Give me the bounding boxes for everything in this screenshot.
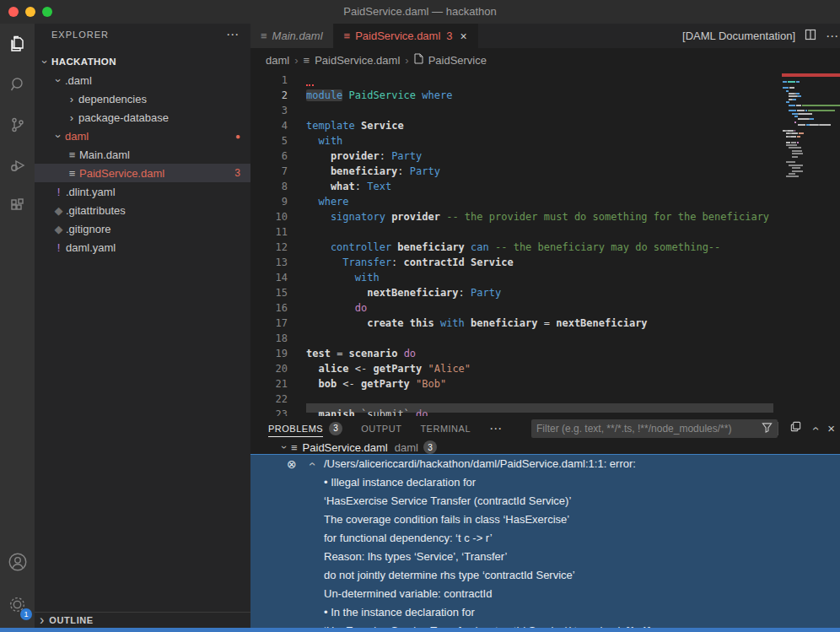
- panel-more-icon[interactable]: ⋯: [489, 421, 502, 436]
- split-editor-icon[interactable]: [804, 28, 817, 45]
- tree-item-label: .gitignore: [66, 223, 110, 235]
- tree-item-package-database[interactable]: ›package-database: [35, 108, 250, 127]
- tree-item-dependencies[interactable]: ›dependencies: [35, 89, 250, 108]
- separator: [778, 422, 778, 435]
- extensions-icon[interactable]: [0, 186, 35, 226]
- tree-item-label: .dlint.yaml: [66, 186, 116, 198]
- modified-dot-icon: ●: [235, 132, 240, 141]
- code-line-2: module PaidService where: [250, 88, 773, 103]
- close-icon[interactable]: ×: [460, 30, 467, 43]
- error-squiggle: [306, 84, 314, 86]
- vscode-window: PaidService.daml — hackathon: [0, 0, 840, 632]
- problem-line: Un-determined variable: contractId: [250, 585, 840, 603]
- filter-input[interactable]: [536, 423, 762, 435]
- explorer-icon[interactable]: [0, 24, 35, 64]
- code-line-8: what: Text: [250, 179, 773, 194]
- problems-file-row[interactable]: › ≡ PaidService.daml daml 3: [250, 440, 840, 454]
- chevron-down-icon: ›: [39, 55, 51, 68]
- breadcrumb-item-folder[interactable]: daml: [266, 54, 289, 67]
- tree-item-dlintyaml[interactable]: !.dlint.yaml: [35, 182, 250, 201]
- code-line-21: bob <- getParty "Bob": [250, 376, 773, 392]
- breadcrumb-item-file[interactable]: PaidService.daml: [315, 54, 400, 67]
- problem-line: Reason: lhs types ‘Service’, ‘Transfer’: [250, 548, 840, 566]
- code-line-20: alice <- getParty "Alice": [250, 361, 773, 376]
- problems-file-name: PaidService.daml: [303, 441, 388, 454]
- tree-item-damlyaml[interactable]: !daml.yaml: [35, 238, 250, 257]
- tab-problems[interactable]: PROBLEMS 3: [268, 416, 342, 440]
- problem-line: for functional dependency: ‘t c -> r’: [250, 529, 840, 548]
- tree-item-daml[interactable]: ›.daml: [35, 71, 250, 89]
- tab-paidservice-daml[interactable]: ≡ PaidService.daml 3 ×: [334, 24, 478, 48]
- code-line-18: [250, 331, 773, 346]
- problem-line: The coverage condition fails in class ‘H…: [250, 510, 840, 529]
- outline-section[interactable]: › OUTLINE: [35, 612, 250, 628]
- filter-funnel-icon[interactable]: [762, 421, 773, 436]
- code-lines: module PaidService wheretemplate Service…: [250, 73, 773, 416]
- maximize-panel-icon[interactable]: ›: [808, 426, 821, 430]
- file-tree: ›HACKATHON›.daml›dependencies›package-da…: [35, 52, 250, 257]
- minimap[interactable]: [780, 72, 840, 416]
- code-line-11: [250, 224, 773, 240]
- daml-file-icon: ≡: [291, 441, 298, 454]
- git-icon: ◆: [51, 223, 66, 235]
- bottom-panel: PROBLEMS 3 OUTPUT TERMINAL ⋯: [250, 416, 840, 628]
- source-control-icon[interactable]: [0, 105, 35, 145]
- problem-line: do not jointly determine rhs type ‘contr…: [250, 566, 840, 585]
- tree-item-paidservicedaml[interactable]: ≡PaidService.daml3: [35, 164, 250, 182]
- collapse-all-icon[interactable]: [789, 420, 802, 436]
- tree-item-label: HACKATHON: [51, 57, 116, 67]
- search-icon[interactable]: [0, 64, 35, 105]
- code-line-7: beneficiary: Party: [250, 164, 773, 179]
- problem-line[interactable]: ⊗›/Users/alicericcardi/hackathon/daml/Pa…: [250, 455, 840, 473]
- problem-item-selected[interactable]: ⊗›/Users/alicericcardi/hackathon/daml/Pa…: [250, 454, 840, 628]
- panel-header: PROBLEMS 3 OUTPUT TERMINAL ⋯: [250, 416, 840, 440]
- chevron-down-icon: ›: [52, 129, 65, 143]
- chevron-right-icon: ›: [65, 93, 78, 105]
- status-bar: [0, 628, 840, 632]
- explorer-more-icon[interactable]: ⋯: [226, 27, 239, 42]
- close-panel-icon[interactable]: ×: [827, 421, 835, 435]
- account-icon[interactable]: [0, 542, 35, 582]
- run-debug-icon[interactable]: [0, 145, 35, 186]
- git-icon: ◆: [51, 204, 66, 217]
- tab-main-daml[interactable]: ≡ Main.daml: [250, 24, 334, 48]
- tab-terminal[interactable]: TERMINAL: [420, 416, 471, 440]
- settings-badge: 1: [20, 608, 32, 620]
- panel-tab-label: TERMINAL: [420, 424, 471, 434]
- more-actions-icon[interactable]: ⋯: [826, 29, 838, 44]
- collapse-icon[interactable]: ›: [302, 462, 320, 467]
- tab-problem-count: 3: [446, 30, 452, 42]
- horizontal-scrollbar[interactable]: [306, 403, 773, 413]
- code-line-3: [250, 103, 773, 118]
- window-title: PaidService.daml — hackathon: [0, 5, 840, 18]
- breadcrumb-item-symbol[interactable]: PaidService: [428, 54, 487, 67]
- tree-item-maindaml[interactable]: ≡Main.daml: [35, 145, 250, 164]
- tree-item-label: .gitattributes: [66, 204, 126, 217]
- code-line-10: signatory provider -- the provider must …: [250, 209, 773, 224]
- panel-tab-label: OUTPUT: [361, 424, 401, 434]
- tree-item-label: .daml: [65, 74, 92, 87]
- tab-output[interactable]: OUTPUT: [361, 416, 401, 440]
- tree-item-hackathon[interactable]: ›HACKATHON: [35, 52, 250, 71]
- activity-bar: 1: [0, 24, 35, 628]
- tree-item-gitattributes[interactable]: ◆.gitattributes: [35, 201, 250, 219]
- tree-item-daml[interactable]: ›daml●: [35, 127, 250, 145]
- problems-count-badge: 3: [329, 422, 342, 435]
- tree-item-gitignore[interactable]: ◆.gitignore: [35, 219, 250, 238]
- chevron-right-icon: ›: [40, 613, 44, 628]
- code-line-13: Transfer: contractId Service: [250, 255, 773, 270]
- settings-gear-icon[interactable]: 1: [0, 584, 35, 624]
- symbol-file-icon: [414, 53, 423, 67]
- daml-documentation-button[interactable]: [DAML Documentation]: [682, 30, 795, 42]
- file-problems-badge: 3: [423, 440, 437, 454]
- yaml-icon: !: [51, 186, 66, 198]
- code-line-12: controller beneficiary can -- the benefi…: [250, 240, 773, 255]
- breadcrumb: daml › ≡ PaidService.daml › PaidService: [250, 48, 840, 72]
- breadcrumb-separator: ›: [294, 54, 298, 67]
- problem-line: • In the instance declaration for: [250, 603, 840, 622]
- code-editor[interactable]: 1234567891011121314151617181920212223 mo…: [250, 72, 840, 416]
- chevron-down-icon: ›: [278, 446, 290, 449]
- problem-line: • Illegal instance declaration for: [250, 473, 840, 492]
- code-line-16: do: [250, 300, 773, 316]
- panel-tab-label: PROBLEMS: [268, 424, 323, 437]
